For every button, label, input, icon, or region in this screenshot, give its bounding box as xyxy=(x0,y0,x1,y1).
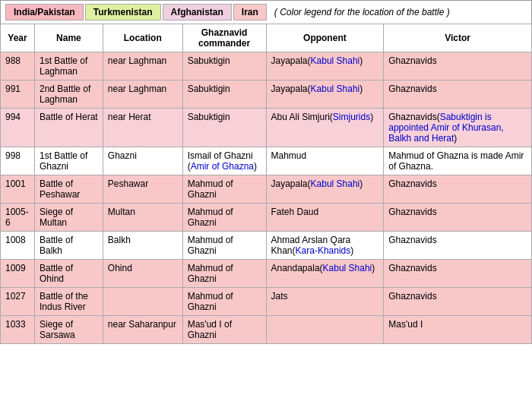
cell-year: 988 xyxy=(1,52,35,81)
opponent-link[interactable]: Kabul Shahi xyxy=(311,55,360,66)
cell-victor: Ghaznavids xyxy=(384,260,532,288)
opponent-link[interactable]: Simjurids xyxy=(333,112,370,122)
cell-name: 2nd Battle of Laghman xyxy=(34,81,103,109)
cell-victor: Ghaznavids xyxy=(384,52,532,81)
cell-year: 1009 xyxy=(1,260,35,288)
header-year: Year xyxy=(1,24,35,52)
table-row: 1033Siege of Sarsawanear SaharanpurMas'u… xyxy=(1,316,532,344)
legend-turkmenistan: Turkmenistan xyxy=(85,4,161,21)
cell-name: 1st Battle of Ghazni xyxy=(34,147,103,175)
cell-name: Siege of Multan xyxy=(34,204,103,232)
cell-commander: Mahmud of Ghazni xyxy=(182,175,266,204)
cell-victor: Ghaznavids xyxy=(384,204,532,232)
cell-commander: Mahmud of Ghazni xyxy=(182,232,266,260)
opponent-link[interactable]: Kabul Shahi xyxy=(311,84,360,94)
battles-table: Year Name Location Ghaznavid commander O… xyxy=(0,24,532,344)
cell-commander: Mahmud of Ghazni xyxy=(182,288,266,316)
table-row: 1009Battle of OhindOhindMahmud of Ghazni… xyxy=(1,260,532,288)
cell-name: Battle of Herat xyxy=(34,109,103,147)
table-row: 9981st Battle of GhazniGhazniIsmail of G… xyxy=(1,147,532,175)
cell-victor: Ghaznavids xyxy=(384,232,532,260)
cell-commander: Mas'ud I of Ghazni xyxy=(182,316,266,344)
cell-location: Balkh xyxy=(103,232,182,260)
cell-year: 998 xyxy=(1,147,35,175)
cell-location: near Laghman xyxy=(103,52,182,81)
cell-commander: Mahmud of Ghazni xyxy=(182,204,266,232)
cell-commander: Sabuktigin xyxy=(182,109,266,147)
cell-location: Peshawar xyxy=(103,175,182,204)
opponent-link[interactable]: Kabul Shahi xyxy=(323,263,372,273)
cell-opponent: Jats xyxy=(266,288,384,316)
header-name: Name xyxy=(34,24,103,52)
cell-commander: Sabuktigin xyxy=(182,81,266,109)
opponent-link[interactable]: Kabul Shahi xyxy=(311,178,360,189)
cell-commander: Ismail of Ghazni (Amir of Ghazna) xyxy=(182,147,266,175)
cell-location: Ohind xyxy=(103,260,182,288)
table-row: 1001Battle of PeshawarPeshawarMahmud of … xyxy=(1,175,532,204)
cell-victor: Ghaznavids(Sabuktigin is appointed Amir … xyxy=(384,109,532,147)
table-row: 9881st Battle of Laghmannear LaghmanSabu… xyxy=(1,52,532,81)
cell-commander: Mahmud of Ghazni xyxy=(182,260,266,288)
table-row: 1027Battle of the Indus RiverMahmud of G… xyxy=(1,288,532,316)
table-row: 9912nd Battle of Laghmannear LaghmanSabu… xyxy=(1,81,532,109)
cell-opponent: Mahmud xyxy=(266,147,384,175)
cell-name: 1st Battle of Laghman xyxy=(34,52,103,81)
header-commander: Ghaznavid commander xyxy=(182,24,266,52)
cell-year: 991 xyxy=(1,81,35,109)
cell-commander: Sabuktigin xyxy=(182,52,266,81)
header-victor: Victor xyxy=(384,24,532,52)
cell-location: Ghazni xyxy=(103,147,182,175)
cell-victor: Ghaznavids xyxy=(384,175,532,204)
cell-opponent xyxy=(266,316,384,344)
table-row: 1005-6Siege of MultanMultanMahmud of Gha… xyxy=(1,204,532,232)
cell-opponent: Fateh Daud xyxy=(266,204,384,232)
cell-year: 1027 xyxy=(1,288,35,316)
cell-name: Battle of Peshawar xyxy=(34,175,103,204)
cell-location: Multan xyxy=(103,204,182,232)
header-opponent: Opponent xyxy=(266,24,384,52)
cell-opponent: Anandapala(Kabul Shahi) xyxy=(266,260,384,288)
cell-victor: Ghaznavids xyxy=(384,288,532,316)
cell-name: Siege of Sarsawa xyxy=(34,316,103,344)
cell-victor: Ghaznavids xyxy=(384,81,532,109)
cell-opponent: Ahmad Arslan Qara Khan(Kara-Khanids) xyxy=(266,232,384,260)
cell-opponent: Abu Ali Simjuri(Simjurids) xyxy=(266,109,384,147)
victor-link[interactable]: Sabuktigin is appointed Amir of Khurasan… xyxy=(388,112,503,144)
cell-location: near Herat xyxy=(103,109,182,147)
cell-opponent: Jayapala(Kabul Shahi) xyxy=(266,52,384,81)
cell-year: 1005-6 xyxy=(1,204,35,232)
cell-name: Battle of Balkh xyxy=(34,232,103,260)
legend-india: India/Pakistan xyxy=(5,4,84,21)
legend-iran: Iran xyxy=(233,4,267,21)
cell-opponent: Jayapala(Kabul Shahi) xyxy=(266,81,384,109)
opponent-link[interactable]: Kara-Khanids xyxy=(296,245,351,256)
cell-year: 1001 xyxy=(1,175,35,204)
cell-opponent: Jayapala(Kabul Shahi) xyxy=(266,175,384,204)
legend-bar: India/Pakistan Turkmenistan Afghanistan … xyxy=(0,0,532,24)
cell-victor: Mas'ud I xyxy=(384,316,532,344)
commander-link[interactable]: Amir of Ghazna xyxy=(191,161,254,172)
cell-location: near Saharanpur xyxy=(103,316,182,344)
cell-location xyxy=(103,288,182,316)
cell-year: 1008 xyxy=(1,232,35,260)
cell-victor: Mahmud of Ghazna is made Amir of Ghazna. xyxy=(384,147,532,175)
cell-name: Battle of Ohind xyxy=(34,260,103,288)
cell-location: near Laghman xyxy=(103,81,182,109)
legend-afghanistan: Afghanistan xyxy=(163,4,232,21)
cell-year: 994 xyxy=(1,109,35,147)
legend-note: ( Color legend for the location of the b… xyxy=(274,7,450,17)
table-row: 1008Battle of BalkhBalkhMahmud of Ghazni… xyxy=(1,232,532,260)
table-row: 994Battle of Heratnear HeratSabuktiginAb… xyxy=(1,109,532,147)
cell-name: Battle of the Indus River xyxy=(34,288,103,316)
header-location: Location xyxy=(103,24,182,52)
cell-year: 1033 xyxy=(1,316,35,344)
